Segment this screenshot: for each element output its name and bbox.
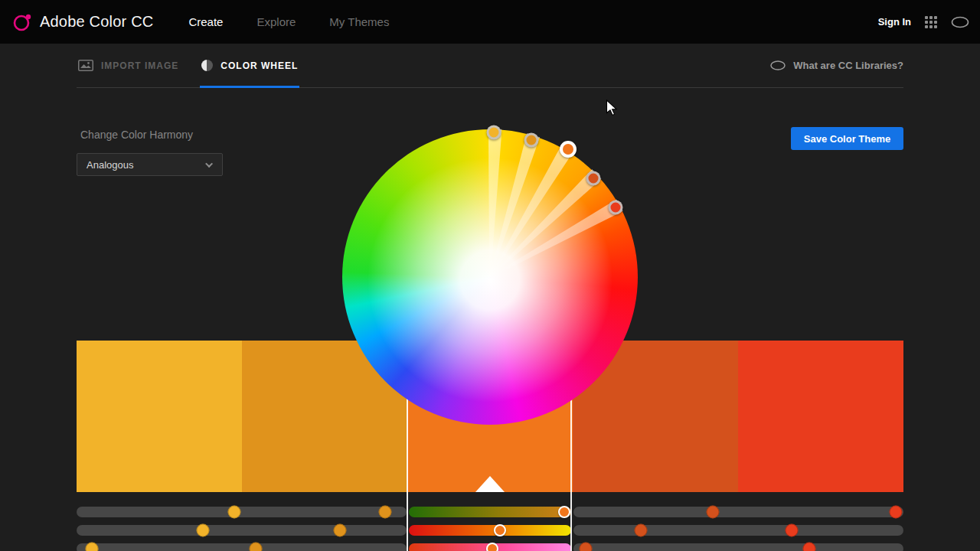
slider-handle-row2-swatch2[interactable] [333, 524, 346, 537]
slider-track-row1-selected[interactable] [409, 507, 571, 517]
slider-handle-row3-swatch4[interactable] [579, 543, 592, 551]
wheel-marker-1[interactable] [487, 126, 501, 140]
slider-track-row3-selected[interactable] [409, 543, 571, 551]
harmony-label: Change Color Harmony [80, 129, 193, 141]
slider-handle-row2-swatch3[interactable] [494, 524, 506, 536]
palette-swatch-5[interactable] [738, 341, 903, 492]
view-tabs-bar: IMPORT IMAGE COLOR WHEEL What are CC Lib… [77, 44, 903, 88]
apps-grid-icon[interactable] [925, 16, 937, 28]
slider-handle-row2-swatch5[interactable] [785, 524, 798, 537]
slider-row-1 [77, 507, 903, 517]
brand-title: Adobe Color CC [40, 13, 153, 31]
half-circle-icon [201, 60, 213, 71]
wheel-spoke [481, 132, 544, 280]
slider-track-row1-right[interactable] [573, 507, 903, 517]
slider-track-row3-left[interactable] [77, 543, 407, 551]
save-color-theme-button[interactable]: Save Color Theme [791, 127, 903, 150]
top-nav: Create Explore My Themes [188, 15, 389, 28]
slider-handle-row1-swatch1[interactable] [228, 506, 241, 519]
adobe-color-logo-icon [12, 12, 32, 32]
wheel-marker-4[interactable] [586, 171, 601, 186]
slider-handle-row1-swatch4[interactable] [706, 506, 719, 519]
slider-row-3 [77, 543, 903, 551]
wheel-marker-5[interactable] [609, 201, 623, 215]
slider-handle-row2-swatch4[interactable] [634, 524, 647, 537]
adobe-color-app: Adobe Color CC Create Explore My Themes … [0, 0, 980, 551]
cc-libraries-link[interactable]: What are CC Libraries? [770, 60, 903, 71]
creative-cloud-icon [770, 60, 786, 70]
slider-track-row2-selected[interactable] [409, 525, 571, 536]
tab-import-image[interactable]: IMPORT IMAGE [77, 44, 180, 87]
slider-handle-row3-swatch3[interactable] [486, 543, 498, 551]
harmony-selected-value: Analogous [87, 159, 133, 171]
top-right-actions: Sign In [878, 16, 969, 28]
slider-track-row3-right[interactable] [573, 543, 903, 551]
harmony-dropdown[interactable]: Analogous [77, 153, 223, 176]
sign-in-button[interactable]: Sign In [878, 16, 911, 28]
tab-wheel-label: COLOR WHEEL [220, 60, 298, 71]
slider-handle-row3-swatch5[interactable] [803, 543, 816, 551]
color-wheel[interactable] [342, 129, 638, 425]
cc-libraries-label: What are CC Libraries? [793, 60, 903, 71]
wheel-marker-3-selected[interactable] [560, 141, 577, 158]
creative-cloud-icon[interactable] [951, 16, 969, 28]
tab-color-wheel[interactable]: COLOR WHEEL [200, 44, 299, 87]
wheel-spoke [482, 145, 575, 282]
slider-handle-row1-swatch3[interactable] [558, 506, 570, 518]
palette-swatch-1[interactable] [77, 341, 242, 492]
image-icon [78, 60, 93, 71]
top-bar: Adobe Color CC Create Explore My Themes … [0, 0, 980, 44]
slider-track-row2-left[interactable] [77, 525, 407, 536]
brand-logo-link[interactable]: Adobe Color CC [12, 12, 153, 32]
nav-my-themes[interactable]: My Themes [329, 15, 389, 28]
wheel-spoke [483, 167, 604, 284]
mouse-cursor [606, 99, 619, 121]
nav-explore[interactable]: Explore [256, 15, 296, 28]
slider-handle-row3-swatch2[interactable] [250, 543, 263, 551]
slider-track-row1-left[interactable] [77, 507, 407, 517]
slider-handle-row1-swatch2[interactable] [378, 506, 391, 519]
selected-swatch-pointer [475, 476, 505, 492]
wheel-marker-2[interactable] [524, 133, 539, 148]
tab-import-label: IMPORT IMAGE [101, 60, 178, 71]
wheel-spoke [485, 197, 625, 286]
wheel-spoke [480, 129, 505, 278]
slider-track-row2-right[interactable] [573, 525, 903, 536]
nav-create[interactable]: Create [188, 15, 223, 28]
chevron-down-icon [205, 160, 213, 168]
slider-row-2 [77, 525, 903, 536]
slider-handle-row1-swatch5[interactable] [890, 506, 903, 519]
active-tab-underline [200, 86, 299, 88]
slider-handle-row2-swatch1[interactable] [197, 524, 210, 537]
slider-handle-row3-swatch1[interactable] [85, 543, 98, 551]
